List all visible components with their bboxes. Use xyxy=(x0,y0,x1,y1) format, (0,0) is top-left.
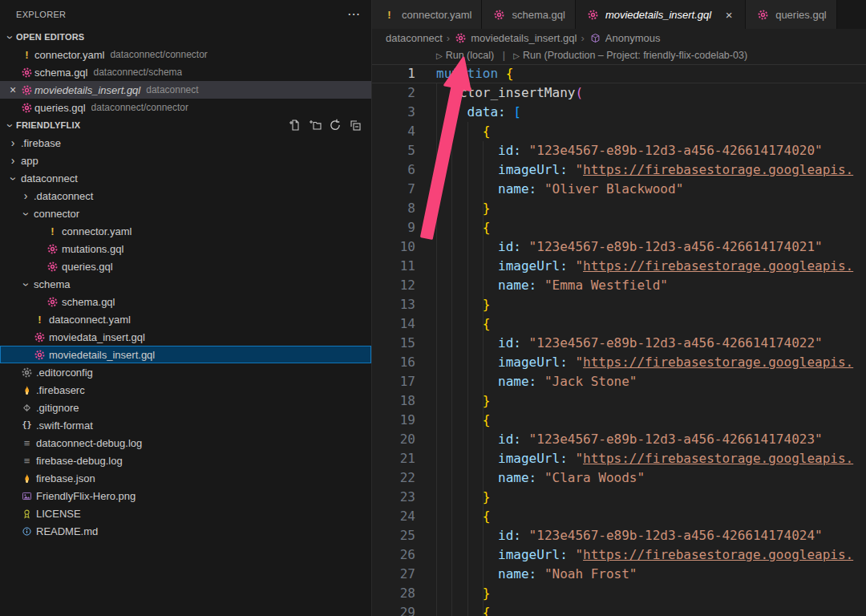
run-production-label: Run (Production – Project: friendly-flix… xyxy=(523,50,747,61)
file-FriendlyFlix-Hero.png[interactable]: FriendlyFlix-Hero.png xyxy=(0,487,371,505)
close-icon[interactable]: × xyxy=(722,9,735,21)
file-moviedetails_insert.gql[interactable]: moviedetails_insert.gql xyxy=(0,346,371,363)
code-line-24: 24 { xyxy=(372,507,866,526)
line-number: 14 xyxy=(372,314,415,334)
code-line-13: 13 } xyxy=(372,295,866,314)
workspace-label: FRIENDLYFLIX xyxy=(16,120,80,130)
file-mutations.gql[interactable]: mutations.gql xyxy=(0,240,371,257)
code-line-11: 11 imageUrl: "https://firebasestorage.go… xyxy=(372,257,866,276)
file-dataconnect.yaml[interactable]: !dataconnect.yaml xyxy=(0,310,371,328)
folder-.firebase[interactable]: ›.firebase xyxy=(0,134,371,152)
line-number: 13 xyxy=(372,295,415,314)
folder-app[interactable]: ›app xyxy=(0,152,371,169)
yaml-warning-icon: ! xyxy=(45,226,60,237)
breadcrumb-separator: › xyxy=(447,32,450,44)
tree-item-label: connector.yaml xyxy=(62,225,132,237)
code-line-19: 19 { xyxy=(372,411,866,430)
file-.swift-format[interactable]: {}.swift-format xyxy=(0,416,371,434)
tree-item-label: dataconnect-debug.log xyxy=(36,437,142,449)
tree-item-label: moviedata_insert.gql xyxy=(49,331,145,343)
line-number: 11 xyxy=(372,257,415,276)
file-.editorconfig[interactable]: .editorconfig xyxy=(0,363,371,381)
tree-item-label: firebase.json xyxy=(36,472,95,484)
tab-queries.gql[interactable]: queries.gql xyxy=(746,0,837,29)
tree-item-label: .gitignore xyxy=(36,402,79,414)
file-.firebaserc[interactable]: .firebaserc xyxy=(0,381,371,399)
open-editor-label: queries.gql xyxy=(34,102,86,114)
folder-.dataconnect[interactable]: ›.dataconnect xyxy=(0,187,371,205)
code-line-18: 18 } xyxy=(372,391,866,411)
code-line-21: 21 imageUrl: "https://firebasestorage.go… xyxy=(372,449,866,468)
open-editor-description: dataconnect/connector xyxy=(110,49,207,60)
workspace-section-header[interactable]: › FRIENDLYFLIX xyxy=(0,116,371,134)
line-number: 20 xyxy=(372,430,415,449)
line-number: 2 xyxy=(372,83,415,103)
file-LICENSE[interactable]: LICENSE xyxy=(0,505,371,522)
file-schema.gql[interactable]: schema.gql xyxy=(0,293,371,310)
code-line-25: 25 id: "123e4567-e89b-12d3-a456-42661417… xyxy=(372,526,866,545)
symbol-icon xyxy=(589,33,602,43)
run-production-link[interactable]: ▷Run (Production – Project: friendly-fli… xyxy=(513,50,747,61)
gql-icon xyxy=(19,103,34,113)
explorer-title: EXPLORER xyxy=(16,10,66,19)
file-firebase-debug.log[interactable]: ≡firebase-debug.log xyxy=(0,452,371,469)
open-editors-section-header[interactable]: › OPEN EDITORS xyxy=(0,28,371,46)
collapse-all-icon[interactable] xyxy=(349,119,362,132)
tab-label: queries.gql xyxy=(775,9,827,21)
code-line-16: 16 imageUrl: "https://firebasestorage.go… xyxy=(372,353,866,372)
file-firebase.json[interactable]: firebase.json xyxy=(0,469,371,487)
line-number: 16 xyxy=(372,353,415,372)
tab-moviedetails_insert.gql[interactable]: moviedetails_insert.gql× xyxy=(576,0,746,29)
tree-item-label: LICENSE xyxy=(36,508,81,520)
tree-item-label: dataconnect xyxy=(21,172,78,184)
new-file-icon[interactable] xyxy=(289,119,301,132)
file-.gitignore[interactable]: .gitignore xyxy=(0,399,371,416)
tab-schema.gql[interactable]: schema.gql xyxy=(482,0,575,29)
file-README.md[interactable]: README.md xyxy=(0,522,371,540)
code-editor[interactable]: ▷Run (local) | ▷Run (Production – Projec… xyxy=(372,47,866,616)
file-moviedata_insert.gql[interactable]: moviedata_insert.gql xyxy=(0,328,371,346)
tree-item-label: .swift-format xyxy=(36,419,93,432)
tab-bar: !connector.yamlschema.gqlmoviedetails_in… xyxy=(372,0,866,29)
line-number: 22 xyxy=(372,468,415,488)
open-editors-label: OPEN EDITORS xyxy=(16,32,84,42)
open-editor-moviedetails_insert.gql[interactable]: ×moviedetails_insert.gqldataconnect xyxy=(0,81,371,99)
file-connector.yaml[interactable]: !connector.yaml xyxy=(0,222,371,240)
yaml-warning-icon: ! xyxy=(19,50,34,60)
close-icon[interactable]: × xyxy=(6,84,19,95)
tree-item-label: connector xyxy=(34,208,79,220)
tab-connector.yaml[interactable]: !connector.yaml xyxy=(372,0,482,29)
chevron-right-icon: › xyxy=(19,189,32,202)
more-actions-icon[interactable]: ⋯ xyxy=(347,8,360,21)
open-editor-queries.gql[interactable]: queries.gqldataconnect/connector xyxy=(0,99,371,116)
breadcrumb-item-moviedetails_insert.gql[interactable]: moviedetails_insert.gql xyxy=(454,32,577,44)
gql-icon xyxy=(755,10,771,20)
chevron-down-icon: › xyxy=(20,278,33,291)
file-dataconnect-debug.log[interactable]: ≡dataconnect-debug.log xyxy=(0,434,371,452)
refresh-icon[interactable] xyxy=(329,119,342,132)
tree-item-label: firebase-debug.log xyxy=(36,455,123,467)
open-editor-description: dataconnect/schema xyxy=(93,67,182,78)
open-editor-connector.yaml[interactable]: !connector.yamldataconnect/connector xyxy=(0,46,371,63)
folder-schema[interactable]: ›schema xyxy=(0,275,371,293)
code-line-2: 2 actor_insertMany( xyxy=(372,83,866,103)
tree-item-label: schema.gql xyxy=(62,296,115,308)
code-line-6: 6 imageUrl: "https://firebasestorage.goo… xyxy=(372,160,866,180)
tree-item-label: queries.gql xyxy=(62,261,113,273)
workspace-actions xyxy=(289,119,362,132)
file-queries.gql[interactable]: queries.gql xyxy=(0,257,371,275)
code-line-26: 26 imageUrl: "https://firebasestorage.go… xyxy=(372,545,866,565)
run-local-link[interactable]: ▷Run (local) xyxy=(436,50,494,61)
new-folder-icon[interactable] xyxy=(309,119,322,132)
code-line-27: 27 name: "Noah Frost" xyxy=(372,565,866,584)
gql-icon xyxy=(32,350,47,360)
gear-icon xyxy=(19,367,34,378)
breadcrumb-item-Anonymous[interactable]: Anonymous xyxy=(589,32,661,44)
open-editor-schema.gql[interactable]: schema.gqldataconnect/schema xyxy=(0,63,371,81)
log-icon: ≡ xyxy=(19,456,34,466)
folder-connector[interactable]: ›connector xyxy=(0,205,371,222)
folder-dataconnect[interactable]: ›dataconnect xyxy=(0,169,371,187)
breadcrumb-label: dataconnect xyxy=(386,32,443,44)
breadcrumb-item-dataconnect[interactable]: dataconnect xyxy=(386,32,443,44)
code-line-4: 4 { xyxy=(372,122,866,141)
